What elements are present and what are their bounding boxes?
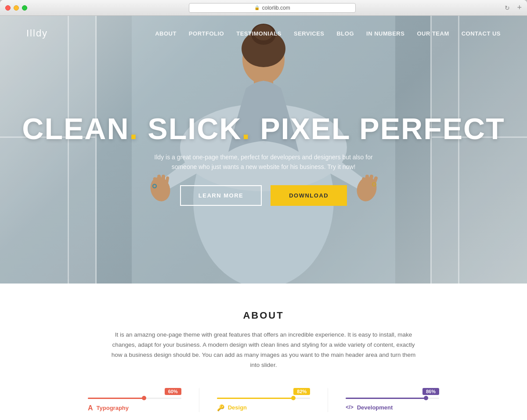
about-section: ABOUT It is an amazng one-page theme wit… xyxy=(0,284,527,420)
typography-icon: A xyxy=(88,404,93,412)
url-text: colorlib.com xyxy=(262,5,290,11)
address-bar: 🔒 colorlib.com ↻ xyxy=(34,3,510,13)
skill-typography-label: A Typography xyxy=(88,404,181,412)
dot-1: . xyxy=(130,112,139,145)
skills-container: 60% A Typography 82% xyxy=(70,388,457,412)
close-button[interactable] xyxy=(5,5,11,11)
skill-development-track xyxy=(346,398,439,399)
nav-item-our-team[interactable]: OUR TEAM xyxy=(417,29,449,37)
about-title: ABOUT xyxy=(70,310,457,321)
hero-title: CLEAN. SLICK. PIXEL PERFECT xyxy=(0,112,527,145)
hero-title-pixel-perfect: PIXEL PERFECT xyxy=(260,112,505,145)
skill-typography-fill xyxy=(88,398,144,399)
skill-design-track xyxy=(217,398,310,399)
skill-design-fill xyxy=(217,398,293,399)
skill-development-badge: 86% xyxy=(422,388,439,395)
skill-design-badge: 82% xyxy=(293,388,310,395)
skill-development-header: 86% xyxy=(346,388,439,395)
new-tab-button[interactable]: + xyxy=(517,3,522,12)
hero-subtitle: Ildy is a great one-page theme, perfect … xyxy=(149,152,378,172)
hero-buttons: LEARN MORE DOWNLOAD xyxy=(0,185,527,206)
browser-titlebar: 🔒 colorlib.com ↻ + xyxy=(0,0,527,16)
hero-content: CLEAN. SLICK. PIXEL PERFECT Ildy is a gr… xyxy=(0,112,527,206)
learn-more-button[interactable]: LEARN MORE xyxy=(180,185,262,206)
nav-item-testimonials[interactable]: TESTIMONIALS xyxy=(236,29,282,37)
nav-item-services[interactable]: SERVICES xyxy=(294,29,325,37)
nav-link-numbers[interactable]: IN NUMBERS xyxy=(366,30,404,37)
hero-section: Illdy ABOUT PORTFOLIO TESTIMONIALS SERVI… xyxy=(0,16,527,284)
browser-window: 🔒 colorlib.com ↻ + xyxy=(0,0,527,420)
skill-development: 86% </> Development xyxy=(328,388,457,412)
nav-links: ABOUT PORTFOLIO TESTIMONIALS SERVICES BL… xyxy=(155,29,501,37)
skill-typography: 60% A Typography xyxy=(70,388,199,412)
nav-item-about[interactable]: ABOUT xyxy=(155,29,177,37)
nav-link-about[interactable]: ABOUT xyxy=(155,30,177,37)
nav-link-services[interactable]: SERVICES xyxy=(294,30,325,37)
site-logo[interactable]: Illdy xyxy=(26,28,48,39)
dot-2: . xyxy=(242,112,251,145)
nav-item-contact[interactable]: CONTACT US xyxy=(462,29,501,37)
nav-item-blog[interactable]: BLOG xyxy=(336,29,354,37)
skill-typography-header: 60% xyxy=(88,388,181,395)
skill-design-header: 82% xyxy=(217,388,310,395)
skill-development-fill xyxy=(346,398,426,399)
minimize-button[interactable] xyxy=(14,5,19,11)
window-controls xyxy=(5,5,27,11)
skill-design: 82% 🔑 Design xyxy=(199,388,328,412)
design-icon: 🔑 xyxy=(217,404,224,411)
about-description: It is an amazng one-page theme with grea… xyxy=(110,330,417,370)
maximize-button[interactable] xyxy=(22,5,27,11)
skill-development-name: Development xyxy=(357,404,393,411)
lock-icon: 🔒 xyxy=(254,5,260,10)
refresh-button[interactable]: ↻ xyxy=(505,4,510,11)
nav-item-portfolio[interactable]: PORTFOLIO xyxy=(189,29,224,37)
hero-title-slick: SLICK xyxy=(148,112,242,145)
nav-link-blog[interactable]: BLOG xyxy=(336,30,354,37)
nav-link-portfolio[interactable]: PORTFOLIO xyxy=(189,30,224,37)
navbar: Illdy ABOUT PORTFOLIO TESTIMONIALS SERVI… xyxy=(0,16,527,51)
nav-link-testimonials[interactable]: TESTIMONIALS xyxy=(236,30,282,37)
nav-item-numbers[interactable]: IN NUMBERS xyxy=(366,29,404,37)
skill-design-label: 🔑 Design xyxy=(217,404,310,411)
skill-typography-name: Typography xyxy=(97,405,129,411)
skill-development-label: </> Development xyxy=(346,404,439,411)
nav-link-our-team[interactable]: OUR TEAM xyxy=(417,30,449,37)
url-input[interactable]: 🔒 colorlib.com ↻ xyxy=(189,3,356,13)
download-button[interactable]: DOWNLOAD xyxy=(271,185,347,206)
development-icon: </> xyxy=(346,404,353,410)
skill-typography-badge: 60% xyxy=(165,388,181,395)
skill-design-name: Design xyxy=(228,404,247,411)
website: Illdy ABOUT PORTFOLIO TESTIMONIALS SERVI… xyxy=(0,16,527,420)
hero-title-clean: CLEAN xyxy=(22,112,129,145)
browser-content: Illdy ABOUT PORTFOLIO TESTIMONIALS SERVI… xyxy=(0,16,527,420)
skill-typography-track xyxy=(88,398,181,399)
nav-link-contact[interactable]: CONTACT US xyxy=(462,30,501,37)
